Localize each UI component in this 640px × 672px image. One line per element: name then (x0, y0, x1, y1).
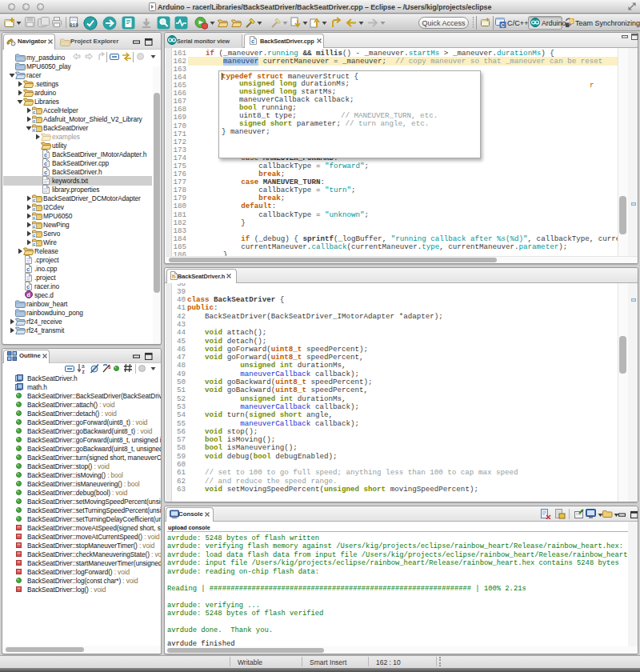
svg-text:s: s (108, 364, 111, 370)
svg-text:h: h (172, 273, 176, 280)
svg-text:d: d (27, 292, 30, 298)
svg-text:z: z (82, 369, 86, 374)
svg-text:c: c (26, 266, 30, 273)
svg-text:010: 010 (70, 22, 78, 28)
svg-text:C: C (501, 22, 505, 28)
svg-text:c: c (44, 151, 47, 158)
svg-text:c: c (44, 169, 47, 176)
svg-text:0: 0 (570, 18, 574, 24)
svg-text:c: c (26, 283, 30, 290)
svg-text:c: c (44, 160, 47, 167)
svg-text:c: c (251, 38, 254, 45)
